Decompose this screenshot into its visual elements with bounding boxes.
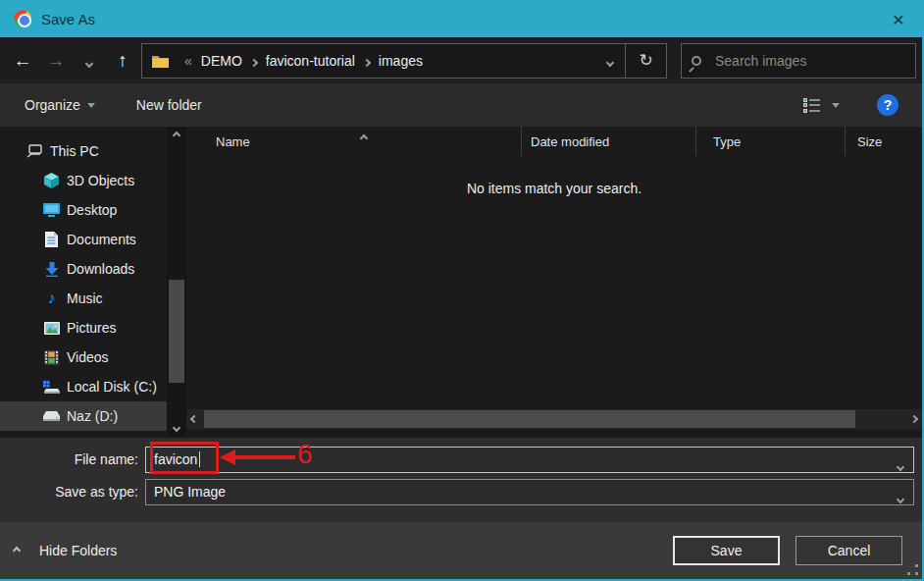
scroll-left-icon[interactable] — [186, 416, 202, 422]
new-folder-label: New folder — [136, 97, 202, 113]
sidebar-item-label: This PC — [50, 143, 99, 159]
column-header-name[interactable]: Name — [186, 127, 522, 156]
document-icon — [43, 232, 60, 247]
organize-label: Organize — [25, 97, 80, 113]
save-as-type-label: Save as type: — [0, 484, 145, 500]
details-view-icon[interactable] — [803, 98, 820, 113]
sidebar-item-label: Desktop — [67, 202, 117, 218]
toolbar-right-group: ? — [803, 94, 898, 116]
new-folder-button[interactable]: New folder — [136, 97, 202, 113]
download-arrow-icon — [43, 262, 60, 277]
cube-icon — [43, 173, 60, 188]
sidebar-item-label: Documents — [67, 232, 136, 247]
column-header-size[interactable]: Size — [846, 127, 922, 156]
file-name-input[interactable]: favicon — [145, 447, 914, 473]
annotation-step-number: 6 — [297, 439, 313, 470]
save-as-type-select[interactable]: PNG Image — [145, 479, 914, 505]
navigation-pane: This PC 3D Objects Desktop Documents — [0, 127, 167, 437]
column-header-type[interactable]: Type — [696, 127, 846, 156]
organize-button[interactable]: Organize — [25, 97, 95, 113]
drive-icon — [43, 411, 60, 421]
address-bar-group: « DEMO favicon-tutorial images ↻ — [141, 43, 667, 79]
address-dropdown-chevron[interactable] — [607, 52, 615, 70]
column-header-date-modified[interactable]: Date modified — [522, 127, 696, 156]
chevron-up-icon — [13, 547, 21, 555]
sidebar-item-label: Local Disk (C:) — [67, 379, 157, 395]
horizontal-scrollbar-thumb[interactable] — [204, 410, 855, 428]
back-button[interactable]: ← — [6, 50, 39, 72]
sidebar-item-pictures[interactable]: Pictures — [0, 313, 167, 343]
breadcrumb-separator — [246, 53, 262, 69]
chevron-down-icon — [85, 59, 93, 67]
column-label: Size — [857, 134, 882, 149]
sidebar-item-downloads[interactable]: Downloads — [0, 254, 167, 284]
navigation-bar: ← → ↑ « DEMO favicon-tutorial images ↻ — [0, 37, 922, 83]
file-name-row: File name: favicon — [0, 446, 918, 473]
chevron-right-icon — [363, 58, 371, 66]
annotation-arrow-icon — [220, 449, 235, 465]
save-button[interactable]: Save — [673, 536, 780, 565]
up-button[interactable]: ↑ — [106, 50, 139, 72]
dialog-body: This PC 3D Objects Desktop Documents — [0, 127, 922, 437]
save-as-dialog: Save As × ← → ↑ « DEMO favicon-tutorial … — [0, 0, 924, 581]
windows-drive-icon — [43, 381, 60, 394]
column-label: Type — [713, 134, 741, 149]
sidebar-item-videos[interactable]: Videos — [0, 343, 167, 372]
sidebar-item-label: Naz (D:) — [67, 408, 118, 424]
music-note-icon: ♪ — [43, 290, 60, 307]
picture-icon — [43, 322, 60, 335]
sort-ascending-icon — [361, 130, 367, 144]
dropdown-caret-icon — [87, 103, 95, 108]
column-label: Name — [216, 134, 250, 149]
sidebar-item-documents[interactable]: Documents — [0, 225, 167, 254]
hide-folders-button[interactable]: Hide Folders — [14, 543, 117, 558]
close-icon[interactable]: × — [889, 9, 908, 29]
search-icon — [692, 56, 701, 66]
sidebar-scrollbar[interactable] — [167, 127, 186, 437]
breadcrumb-separator — [359, 53, 375, 69]
computer-icon — [26, 144, 43, 158]
column-label: Date modified — [531, 134, 609, 149]
breadcrumb-overflow[interactable]: « — [180, 53, 197, 69]
title-bar: Save As × — [0, 0, 922, 37]
breadcrumb-item-images[interactable]: images — [375, 53, 427, 69]
help-button[interactable]: ? — [877, 94, 898, 116]
sidebar-item-3d-objects[interactable]: 3D Objects — [0, 166, 167, 195]
save-as-type-value: PNG Image — [154, 484, 226, 500]
sidebar-item-music[interactable]: ♪ Music — [0, 284, 167, 313]
view-dropdown-caret[interactable] — [832, 103, 840, 108]
sidebar-item-desktop[interactable]: Desktop — [0, 195, 167, 225]
cancel-button[interactable]: Cancel — [796, 536, 902, 565]
resize-grip[interactable] — [907, 564, 918, 575]
recent-locations-chevron[interactable] — [73, 50, 106, 72]
horizontal-scrollbar[interactable] — [186, 409, 922, 429]
horizontal-scrollbar-track[interactable] — [202, 409, 906, 429]
forward-button: → — [39, 50, 73, 72]
sidebar-scrollbar-thumb[interactable] — [169, 280, 184, 383]
breadcrumb-item-demo[interactable]: DEMO — [197, 53, 246, 69]
empty-results-message: No items match your search. — [186, 181, 922, 196]
chevron-right-icon — [250, 58, 258, 66]
sidebar-item-label: Pictures — [67, 320, 117, 336]
scroll-right-icon[interactable] — [906, 416, 922, 422]
sidebar-item-label: Music — [67, 290, 103, 306]
file-list-pane: Name Date modified Type Size No items ma… — [186, 127, 922, 437]
chevron-down-icon[interactable] — [898, 457, 903, 473]
refresh-button[interactable]: ↻ — [626, 43, 667, 79]
chevron-down-icon[interactable] — [898, 490, 903, 505]
sidebar-item-local-disk-c[interactable]: Local Disk (C:) — [0, 372, 167, 401]
command-bar: Organize New folder ? — [0, 83, 922, 127]
chrome-icon — [14, 10, 31, 27]
search-input[interactable] — [715, 53, 905, 69]
file-name-label: File name: — [0, 451, 145, 467]
sidebar-item-naz-d[interactable]: Naz (D:) — [0, 401, 167, 431]
annotation-highlight-box — [150, 442, 219, 474]
scroll-down-icon[interactable] — [167, 425, 186, 431]
sidebar-item-this-pc[interactable]: This PC — [0, 136, 167, 166]
chevron-down-icon — [606, 58, 614, 66]
address-bar[interactable]: « DEMO favicon-tutorial images — [141, 43, 626, 79]
breadcrumb-item-favicon-tutorial[interactable]: favicon-tutorial — [262, 53, 359, 69]
scroll-up-icon[interactable] — [167, 132, 186, 138]
column-header-row: Name Date modified Type Size — [186, 127, 922, 156]
search-box[interactable] — [681, 43, 916, 79]
